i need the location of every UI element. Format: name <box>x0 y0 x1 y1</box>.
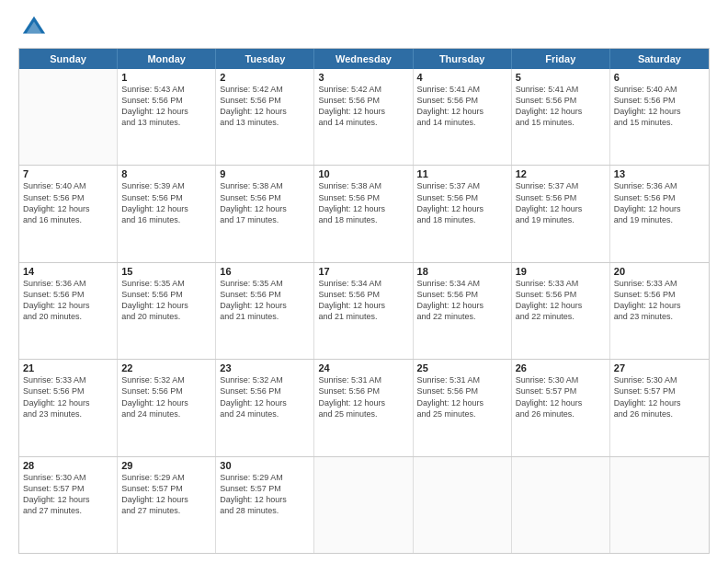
calendar-cell: 20Sunrise: 5:33 AM Sunset: 5:56 PM Dayli… <box>610 263 709 359</box>
cell-text: Sunrise: 5:41 AM Sunset: 5:56 PM Dayligh… <box>516 84 606 129</box>
day-number: 18 <box>417 266 507 277</box>
day-number: 25 <box>417 362 507 373</box>
calendar-header-cell: Wednesday <box>314 49 413 69</box>
cell-text: Sunrise: 5:40 AM Sunset: 5:56 PM Dayligh… <box>614 84 705 129</box>
cell-text: Sunrise: 5:30 AM Sunset: 5:57 PM Dayligh… <box>614 374 705 419</box>
cell-text: Sunrise: 5:41 AM Sunset: 5:56 PM Dayligh… <box>417 84 507 129</box>
day-number: 5 <box>516 72 606 83</box>
cell-text: Sunrise: 5:32 AM Sunset: 5:56 PM Dayligh… <box>121 374 211 419</box>
calendar-cell <box>19 69 118 165</box>
day-number: 20 <box>614 266 705 277</box>
calendar-cell: 29Sunrise: 5:29 AM Sunset: 5:57 PM Dayli… <box>118 457 216 553</box>
day-number: 1 <box>121 72 211 83</box>
cell-text: Sunrise: 5:31 AM Sunset: 5:56 PM Dayligh… <box>318 374 408 419</box>
calendar-cell: 28Sunrise: 5:30 AM Sunset: 5:57 PM Dayli… <box>19 457 118 553</box>
calendar: SundayMondayTuesdayWednesdayThursdayFrid… <box>18 48 710 554</box>
calendar-cell: 30Sunrise: 5:29 AM Sunset: 5:57 PM Dayli… <box>216 457 314 553</box>
day-number: 2 <box>220 72 310 83</box>
cell-text: Sunrise: 5:34 AM Sunset: 5:56 PM Dayligh… <box>417 278 507 323</box>
calendar-cell: 3Sunrise: 5:42 AM Sunset: 5:56 PM Daylig… <box>314 69 413 165</box>
day-number: 16 <box>220 266 310 277</box>
calendar-cell: 5Sunrise: 5:41 AM Sunset: 5:56 PM Daylig… <box>512 69 610 165</box>
day-number: 26 <box>516 362 606 373</box>
calendar-cell: 23Sunrise: 5:32 AM Sunset: 5:56 PM Dayli… <box>216 360 314 455</box>
calendar-cell: 19Sunrise: 5:33 AM Sunset: 5:56 PM Dayli… <box>512 263 610 359</box>
calendar-cell: 26Sunrise: 5:30 AM Sunset: 5:57 PM Dayli… <box>512 360 610 455</box>
day-number: 9 <box>220 168 310 179</box>
cell-text: Sunrise: 5:39 AM Sunset: 5:56 PM Dayligh… <box>121 180 211 225</box>
logo <box>18 15 47 40</box>
calendar-week: 7Sunrise: 5:40 AM Sunset: 5:56 PM Daylig… <box>19 166 709 262</box>
calendar-week: 21Sunrise: 5:33 AM Sunset: 5:56 PM Dayli… <box>19 360 709 456</box>
calendar-header-cell: Tuesday <box>216 49 314 69</box>
cell-text: Sunrise: 5:38 AM Sunset: 5:56 PM Dayligh… <box>220 180 310 225</box>
day-number: 8 <box>121 168 211 179</box>
day-number: 3 <box>318 72 408 83</box>
calendar-cell: 8Sunrise: 5:39 AM Sunset: 5:56 PM Daylig… <box>118 166 216 261</box>
cell-text: Sunrise: 5:30 AM Sunset: 5:57 PM Dayligh… <box>516 374 606 419</box>
cell-text: Sunrise: 5:35 AM Sunset: 5:56 PM Dayligh… <box>220 278 310 323</box>
calendar-cell: 4Sunrise: 5:41 AM Sunset: 5:56 PM Daylig… <box>414 69 512 165</box>
day-number: 27 <box>614 362 705 373</box>
day-number: 11 <box>417 168 507 179</box>
page: SundayMondayTuesdayWednesdayThursdayFrid… <box>0 0 728 563</box>
calendar-cell: 14Sunrise: 5:36 AM Sunset: 5:56 PM Dayli… <box>19 263 118 359</box>
cell-text: Sunrise: 5:29 AM Sunset: 5:57 PM Dayligh… <box>220 472 310 517</box>
calendar-cell: 16Sunrise: 5:35 AM Sunset: 5:56 PM Dayli… <box>216 263 314 359</box>
cell-text: Sunrise: 5:34 AM Sunset: 5:56 PM Dayligh… <box>318 278 408 323</box>
cell-text: Sunrise: 5:40 AM Sunset: 5:56 PM Dayligh… <box>23 180 113 225</box>
day-number: 17 <box>318 266 408 277</box>
calendar-header-cell: Monday <box>118 49 216 69</box>
calendar-week: 14Sunrise: 5:36 AM Sunset: 5:56 PM Dayli… <box>19 263 709 360</box>
calendar-week: 28Sunrise: 5:30 AM Sunset: 5:57 PM Dayli… <box>19 457 709 553</box>
day-number: 7 <box>23 168 113 179</box>
day-number: 4 <box>417 72 507 83</box>
day-number: 13 <box>614 168 705 179</box>
cell-text: Sunrise: 5:29 AM Sunset: 5:57 PM Dayligh… <box>121 472 211 517</box>
calendar-cell: 15Sunrise: 5:35 AM Sunset: 5:56 PM Dayli… <box>118 263 216 359</box>
calendar-cell: 17Sunrise: 5:34 AM Sunset: 5:56 PM Dayli… <box>314 263 413 359</box>
calendar-header-cell: Thursday <box>414 49 512 69</box>
cell-text: Sunrise: 5:37 AM Sunset: 5:56 PM Dayligh… <box>417 180 507 225</box>
cell-text: Sunrise: 5:30 AM Sunset: 5:57 PM Dayligh… <box>23 472 113 517</box>
calendar-header-cell: Friday <box>512 49 610 69</box>
day-number: 6 <box>614 72 705 83</box>
calendar-week: 1Sunrise: 5:43 AM Sunset: 5:56 PM Daylig… <box>19 69 709 166</box>
day-number: 21 <box>23 362 113 373</box>
day-number: 23 <box>220 362 310 373</box>
day-number: 24 <box>318 362 408 373</box>
day-number: 29 <box>121 460 211 471</box>
day-number: 14 <box>23 266 113 277</box>
cell-text: Sunrise: 5:32 AM Sunset: 5:56 PM Dayligh… <box>220 374 310 419</box>
cell-text: Sunrise: 5:33 AM Sunset: 5:56 PM Dayligh… <box>23 374 113 419</box>
calendar-cell: 1Sunrise: 5:43 AM Sunset: 5:56 PM Daylig… <box>118 69 216 165</box>
calendar-header: SundayMondayTuesdayWednesdayThursdayFrid… <box>19 49 709 69</box>
cell-text: Sunrise: 5:33 AM Sunset: 5:56 PM Dayligh… <box>614 278 705 323</box>
cell-text: Sunrise: 5:42 AM Sunset: 5:56 PM Dayligh… <box>318 84 408 129</box>
calendar-cell: 9Sunrise: 5:38 AM Sunset: 5:56 PM Daylig… <box>216 166 314 261</box>
calendar-cell <box>314 457 413 553</box>
calendar-cell: 24Sunrise: 5:31 AM Sunset: 5:56 PM Dayli… <box>314 360 413 455</box>
day-number: 10 <box>318 168 408 179</box>
cell-text: Sunrise: 5:36 AM Sunset: 5:56 PM Dayligh… <box>23 278 113 323</box>
day-number: 30 <box>220 460 310 471</box>
calendar-cell: 27Sunrise: 5:30 AM Sunset: 5:57 PM Dayli… <box>610 360 709 455</box>
cell-text: Sunrise: 5:42 AM Sunset: 5:56 PM Dayligh… <box>220 84 310 129</box>
calendar-cell: 25Sunrise: 5:31 AM Sunset: 5:56 PM Dayli… <box>414 360 512 455</box>
cell-text: Sunrise: 5:37 AM Sunset: 5:56 PM Dayligh… <box>516 180 606 225</box>
cell-text: Sunrise: 5:35 AM Sunset: 5:56 PM Dayligh… <box>121 278 211 323</box>
cell-text: Sunrise: 5:33 AM Sunset: 5:56 PM Dayligh… <box>516 278 606 323</box>
day-number: 22 <box>121 362 211 373</box>
calendar-header-cell: Sunday <box>19 49 118 69</box>
calendar-cell <box>512 457 610 553</box>
calendar-cell: 2Sunrise: 5:42 AM Sunset: 5:56 PM Daylig… <box>216 69 314 165</box>
calendar-cell <box>414 457 512 553</box>
calendar-cell: 6Sunrise: 5:40 AM Sunset: 5:56 PM Daylig… <box>610 69 709 165</box>
logo-icon <box>21 15 47 40</box>
calendar-cell: 18Sunrise: 5:34 AM Sunset: 5:56 PM Dayli… <box>414 263 512 359</box>
calendar-cell: 22Sunrise: 5:32 AM Sunset: 5:56 PM Dayli… <box>118 360 216 455</box>
cell-text: Sunrise: 5:43 AM Sunset: 5:56 PM Dayligh… <box>121 84 211 129</box>
day-number: 12 <box>516 168 606 179</box>
calendar-cell: 7Sunrise: 5:40 AM Sunset: 5:56 PM Daylig… <box>19 166 118 261</box>
calendar-header-cell: Saturday <box>610 49 709 69</box>
